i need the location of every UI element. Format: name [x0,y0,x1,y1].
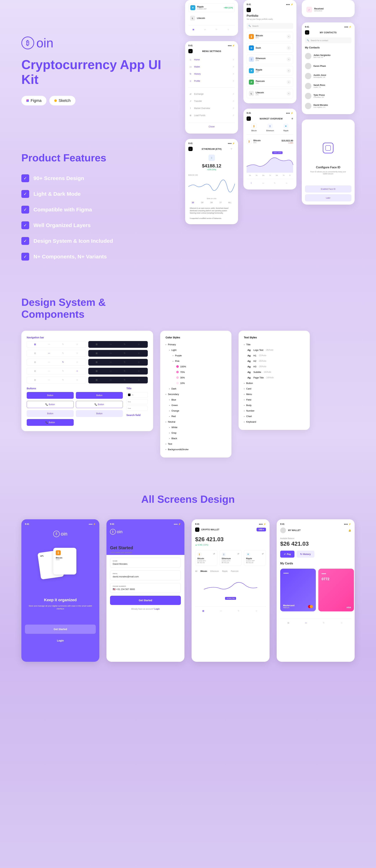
contact-row[interactable]: Julien SergienkoNew York, NY [305,51,351,61]
nav-history-icon[interactable]: ↻ [216,28,219,32]
coin-row[interactable]: ✕RippleXRP+ [247,66,293,75]
tree-item[interactable]: ▸Blue [165,397,226,402]
market-coin[interactable]: ΞEthereum [266,124,274,132]
menu-item[interactable]: ☺Profile⠿ [188,78,235,85]
tree-item[interactable]: ▸Gray [165,430,226,436]
time-tab[interactable]: 1D [192,202,194,204]
back-button[interactable]: ‹ [188,147,193,151]
menu-item[interactable]: ▭Wallet⠿ [188,63,235,70]
tree-item[interactable]: AgSubtitle · 14/Auto [244,369,305,375]
drag-icon[interactable]: ⠿ [233,66,234,68]
contact-row[interactable]: Austin JossiMinneapolis, US [305,71,351,81]
history-button[interactable]: ↻ History [296,551,314,558]
search-input[interactable]: 🔍Search [247,23,293,29]
back-button[interactable]: ‹ [195,527,199,532]
add-button[interactable]: + [287,46,291,50]
nav-home-icon[interactable]: ▦ [202,610,206,613]
nav-profile-icon[interactable]: ☺ [340,622,344,625]
nav-profile-icon[interactable]: ☺ [286,182,289,186]
tree-item[interactable]: ▸Button [244,380,305,386]
nav-home-icon[interactable]: ▦ [192,28,196,32]
time-tab[interactable]: ALL [228,202,231,204]
tree-item[interactable]: AgH3 · 16/Auto [244,364,305,369]
tree-item[interactable]: ▸Title [244,342,305,347]
back-button[interactable]: ‹ [247,8,251,12]
drag-icon[interactable]: ⠿ [233,107,234,110]
login-link[interactable]: Login [154,608,160,610]
drag-icon[interactable]: ⠿ [233,93,234,95]
heart-icon[interactable]: ♡ [230,148,235,150]
contact-row[interactable]: Tyler PrenzColumbus, OH [305,91,351,101]
tree-item[interactable]: AgLogo Text · 26/Auto [244,347,305,353]
mini-coin[interactable]: ✕⇄Ripple6.0234 XRP$6 421.03 [244,550,266,566]
tree-item[interactable]: ▸Neutral [165,419,226,425]
menu-item[interactable]: ↗Transfer⠿ [188,98,235,105]
nav-wallet-icon[interactable]: ▭ [220,610,223,613]
coin-tab[interactable]: Ripple [222,570,227,572]
nav-profile-icon[interactable]: ☺ [255,610,259,613]
tree-item[interactable]: ▸Light [165,347,226,353]
button-outline[interactable]: 📞 Button [76,401,123,408]
nav-wallet-icon[interactable]: ▭ [262,182,266,186]
add-button[interactable]: + [287,80,291,84]
menu-item[interactable]: ⌂Home⠿ [188,56,235,63]
add-button[interactable]: + [287,34,291,39]
menu-item[interactable]: ⊕Load Funds⠿ [188,112,235,119]
drag-icon[interactable]: ⠿ [233,73,234,75]
tree-item[interactable]: ▸Secondary [165,392,226,397]
tree-item[interactable]: AgPage Title · 14/Auto [244,375,305,380]
phone-input[interactable]: PHONE NUMBER🇺🇸 +31 234 567 8900 [110,583,181,593]
tree-item[interactable]: ▸Number [244,408,305,413]
drag-icon[interactable]: ⠿ [233,100,234,102]
tree-item[interactable]: ▸Purple [165,353,226,358]
tree-item[interactable]: AgH2 · 20/Auto [244,358,305,364]
nav-home-icon[interactable]: ▦ [287,622,291,625]
coin-row[interactable]: ŁLitecoinLTC+ [247,89,293,98]
avatar[interactable] [280,527,286,533]
menu-item[interactable]: ⌇Market Overview⠿ [188,105,235,112]
menu-item[interactable]: ⇄Exchange⠿ [188,90,235,98]
visa-card[interactable]: •••• 0772 VISA [318,569,354,611]
contact-row[interactable]: Karen Pham [305,61,351,71]
tree-item[interactable]: ▸Red [165,413,226,419]
nav-history-icon[interactable]: ↻ [238,610,241,613]
back-button[interactable]: ‹ [188,49,193,53]
enable-faceid-button[interactable]: Enabled Face ID [305,185,351,192]
tree-item[interactable]: ▸Keyboard [244,419,305,425]
coin-row[interactable]: PPeercoinPPC+ [247,77,293,87]
get-started-button[interactable]: Get Started [25,625,96,634]
coin-row[interactable]: DDash+ [247,43,293,53]
time-tab[interactable]: 1W [201,202,203,204]
button-outline[interactable]: 📞 Button [27,401,74,408]
add-button[interactable]: + [287,57,291,61]
tree-item[interactable]: ▸Pink [165,358,226,364]
drag-icon[interactable]: ⠿ [233,59,234,61]
name-input[interactable]: NAMEDavid Morales [110,558,181,567]
tree-item[interactable]: AgH1 · 22/Auto [244,353,305,358]
coin-row[interactable]: ₿BitcoinBTC+ [247,32,293,41]
mini-coin[interactable]: Ξ⇄Ethereum6.0211 ETH$6 421.03 [220,550,242,566]
pay-button[interactable]: ➚ Pay [280,551,294,558]
button-filled[interactable]: 📞 Button [27,419,74,426]
button-light[interactable]: Button [27,410,74,417]
contact-row[interactable]: Sarah RossAustin, TX [305,81,351,91]
tree-item[interactable]: ▸Green [165,402,226,408]
search-input[interactable]: 🔍Search for a contact [305,37,351,43]
button-filled[interactable]: Button [76,392,123,399]
button-light[interactable]: Button [76,410,123,417]
drag-icon[interactable]: ⠿ [233,115,234,117]
tree-item[interactable]: ▸Text [165,441,226,447]
tree-item[interactable]: ▸Dark [165,386,226,392]
tree-item[interactable]: ▸Primary [165,342,226,347]
coin-tab[interactable]: Ethereum [211,570,219,572]
back-button[interactable]: ‹ [247,117,251,121]
tree-item[interactable]: ▸White [165,425,226,430]
market-coin[interactable]: ₿Bitcoin [251,124,257,132]
nav-chart-icon[interactable]: ⌇ [251,182,254,186]
tree-item[interactable]: ▸Orange [165,408,226,413]
login-button[interactable]: Login [25,636,96,645]
time-tab[interactable]: 1M [210,202,213,204]
nav-profile-icon[interactable]: ☺ [227,28,231,32]
market-coin[interactable]: ✕Ripple [283,124,288,132]
currency-chip[interactable]: USD ▾ [256,528,266,531]
